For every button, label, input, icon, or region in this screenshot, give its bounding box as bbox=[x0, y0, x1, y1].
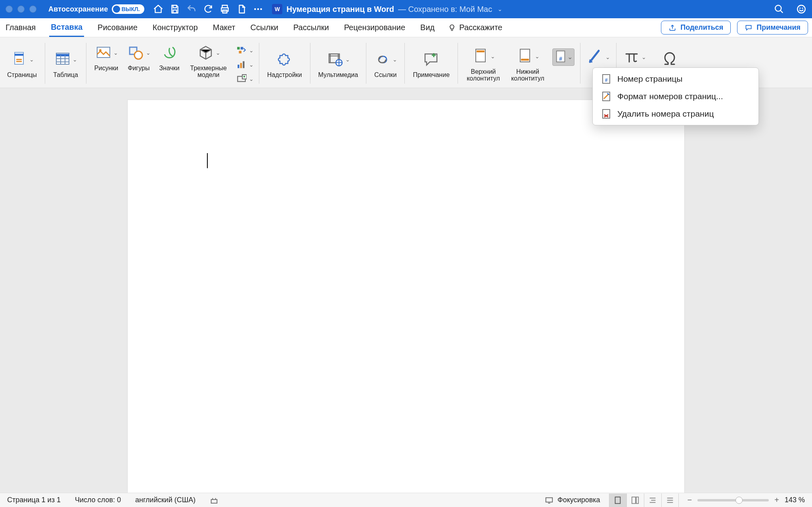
page-number-icon: # bbox=[554, 50, 567, 65]
menu-page-number-label: Номер страницы bbox=[617, 74, 682, 84]
tab-draw[interactable]: Рисование bbox=[96, 19, 139, 36]
chevron-down-icon[interactable]: ⌄ bbox=[249, 76, 254, 82]
chevron-down-icon[interactable]: ⌄ bbox=[641, 54, 647, 60]
pages-button[interactable]: ⌄ Страницы bbox=[2, 48, 42, 78]
chevron-down-icon[interactable]: ⌄ bbox=[345, 56, 350, 63]
tab-insert[interactable]: Вставка bbox=[49, 19, 84, 37]
table-icon bbox=[53, 50, 72, 69]
document-icon[interactable] bbox=[236, 4, 247, 14]
chevron-down-icon[interactable]: ⌄ bbox=[249, 61, 254, 68]
chevron-down-icon[interactable]: ⌄ bbox=[215, 50, 221, 56]
svg-point-3 bbox=[261, 9, 262, 10]
search-icon[interactable] bbox=[774, 4, 784, 14]
tell-me-label: Расскажите bbox=[459, 23, 502, 32]
page-number-button[interactable]: # ⌄ bbox=[550, 45, 577, 82]
redo-icon[interactable] bbox=[203, 4, 213, 14]
share-button[interactable]: Поделиться bbox=[661, 21, 731, 35]
links-button[interactable]: ⌄ Ссылки bbox=[370, 48, 401, 78]
minimize-window-button[interactable] bbox=[17, 6, 25, 13]
chevron-down-icon[interactable]: ⌄ bbox=[605, 54, 611, 60]
svg-text:#: # bbox=[605, 77, 608, 83]
icons-icon bbox=[160, 43, 179, 62]
menu-remove-label: Удалить номера страниц bbox=[617, 109, 714, 119]
chevron-down-icon[interactable]: ⌄ bbox=[567, 53, 573, 61]
shapes-button[interactable]: ⌄ Фигуры bbox=[123, 42, 154, 85]
3dmodels-button[interactable]: ⌄ Трехмерные модели bbox=[184, 42, 233, 85]
footer-icon bbox=[515, 47, 534, 66]
zoom-track[interactable] bbox=[697, 499, 769, 501]
svg-text:#: # bbox=[559, 55, 562, 61]
word-app-icon: W bbox=[272, 4, 282, 14]
textbox-icon bbox=[586, 48, 605, 67]
view-web-layout[interactable] bbox=[626, 494, 644, 507]
svg-point-11 bbox=[99, 49, 102, 52]
document-canvas[interactable] bbox=[0, 88, 812, 493]
menu-page-number[interactable]: # Номер страницы bbox=[593, 70, 758, 88]
window-traffic-lights bbox=[6, 6, 36, 13]
title-caret-icon[interactable]: ⌄ bbox=[496, 6, 502, 12]
status-page[interactable]: Страница 1 из 1 bbox=[7, 496, 61, 504]
page[interactable] bbox=[128, 100, 684, 493]
status-words[interactable]: Число слов: 0 bbox=[75, 496, 121, 504]
view-outline[interactable] bbox=[644, 494, 661, 507]
view-print-layout[interactable] bbox=[609, 494, 626, 507]
chevron-down-icon[interactable]: ⌄ bbox=[534, 53, 540, 60]
chevron-down-icon[interactable]: ⌄ bbox=[249, 47, 254, 54]
svg-point-5 bbox=[797, 5, 805, 13]
icons-button[interactable]: Значки bbox=[154, 42, 184, 85]
menu-remove-page-numbers[interactable]: Удалить номера страниц bbox=[593, 105, 758, 123]
statusbar: Страница 1 из 1 Число слов: 0 английский… bbox=[0, 493, 812, 507]
tab-references[interactable]: Ссылки bbox=[249, 19, 280, 36]
save-icon[interactable] bbox=[170, 4, 180, 14]
view-draft[interactable] bbox=[661, 494, 679, 507]
header-button[interactable]: ⌄ Верхний колонтитул bbox=[461, 45, 506, 82]
status-macro-icon[interactable] bbox=[210, 496, 218, 505]
home-icon[interactable] bbox=[153, 4, 163, 14]
addins-button[interactable]: Надстройки bbox=[262, 48, 307, 78]
tab-layout[interactable]: Макет bbox=[211, 19, 237, 36]
menu-format-page-numbers[interactable]: Формат номеров страниц... bbox=[593, 88, 758, 105]
comment-button[interactable]: Примечание bbox=[408, 48, 454, 78]
smartart-button[interactable]: ⌄ bbox=[234, 44, 256, 57]
document-title-wrap: W Нумерация страниц в Word — Сохранено в… bbox=[272, 4, 502, 14]
chevron-down-icon[interactable]: ⌄ bbox=[146, 50, 151, 56]
table-label: Таблица bbox=[51, 70, 80, 78]
focus-mode[interactable]: Фокусировка bbox=[545, 496, 600, 505]
header-label: Верхний колонтитул bbox=[463, 67, 503, 82]
chevron-down-icon[interactable]: ⌄ bbox=[392, 56, 398, 63]
undo-icon[interactable] bbox=[186, 4, 197, 14]
zoom-in[interactable]: + bbox=[774, 495, 779, 505]
quick-access-toolbar bbox=[153, 4, 263, 14]
zoom-window-button[interactable] bbox=[29, 6, 36, 13]
close-window-button[interactable] bbox=[6, 6, 13, 13]
comments-button[interactable]: Примечания bbox=[737, 21, 808, 35]
pictures-icon bbox=[94, 43, 113, 62]
media-button[interactable]: ⌄ Мультимедиа bbox=[314, 48, 363, 78]
chevron-down-icon[interactable]: ⌄ bbox=[29, 56, 34, 63]
svg-rect-27 bbox=[521, 59, 529, 61]
footer-button[interactable]: ⌄ Нижний колонтитул bbox=[506, 45, 550, 82]
chart-button[interactable]: ⌄ bbox=[234, 58, 256, 71]
chevron-down-icon[interactable]: ⌄ bbox=[113, 50, 119, 56]
media-label: Мультимедиа bbox=[316, 70, 361, 78]
tab-view[interactable]: Вид bbox=[419, 19, 436, 36]
autosave-toggle[interactable]: ВЫКЛ. bbox=[112, 4, 144, 14]
print-icon[interactable] bbox=[220, 4, 230, 14]
screenshot-button[interactable]: ⌄ bbox=[234, 73, 256, 85]
zoom-out[interactable]: − bbox=[688, 495, 692, 505]
tab-home[interactable]: Главная bbox=[4, 19, 37, 36]
pictures-button[interactable]: ⌄ Рисунки bbox=[90, 42, 123, 85]
more-icon[interactable] bbox=[253, 4, 263, 14]
table-button[interactable]: ⌄ Таблица bbox=[48, 48, 83, 78]
status-language[interactable]: английский (США) bbox=[135, 496, 195, 504]
feedback-smile-icon[interactable] bbox=[796, 4, 806, 14]
tab-design[interactable]: Конструктор bbox=[151, 19, 199, 36]
chevron-down-icon[interactable]: ⌄ bbox=[490, 53, 496, 60]
zoom-knob[interactable] bbox=[735, 497, 743, 504]
chevron-down-icon[interactable]: ⌄ bbox=[72, 56, 78, 63]
zoom-slider: − + 143 % bbox=[688, 495, 805, 505]
tab-mailings[interactable]: Рассылки bbox=[292, 19, 331, 36]
tell-me[interactable]: Расскажите bbox=[448, 23, 502, 32]
zoom-value[interactable]: 143 % bbox=[785, 496, 805, 504]
tab-review[interactable]: Рецензирование bbox=[343, 19, 407, 36]
